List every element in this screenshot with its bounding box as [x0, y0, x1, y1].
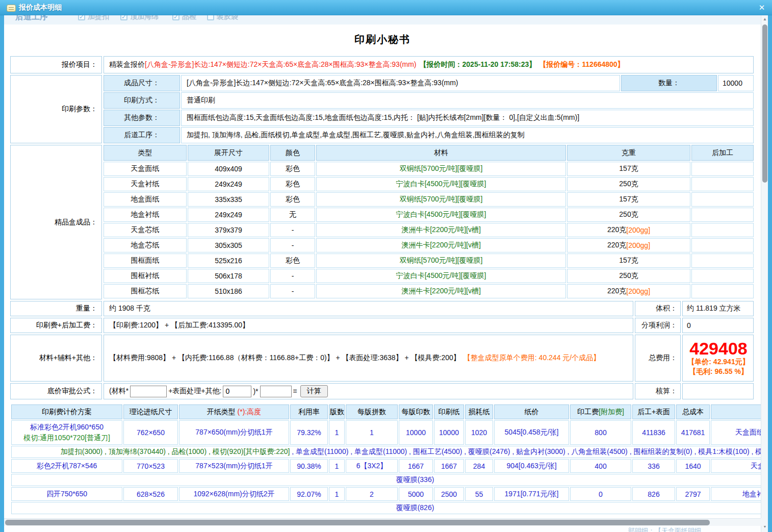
cell-type: 天盒衬纸	[104, 177, 187, 191]
header-text: 损耗纸	[469, 408, 490, 416]
box-materials-table: 类型展开尺寸颜色材料克重后加工天盒面纸409x409彩色双铜纸[5700元/吨]…	[104, 145, 754, 299]
print-fee-value: 【印刷费:1200】 + 【后加工费:413395.00】	[104, 318, 633, 333]
item-profit-value: 0	[682, 318, 754, 333]
material-fee-row: 材料+辅料+其他： 【材料费用:9808】 + 【内托费:1166.88（材料费…	[10, 335, 754, 382]
table-row: 天盒面纸409x409彩色双铜纸[5700元/吨][覆哑膜]157克	[104, 162, 754, 176]
vertical-scrollbar-thumb[interactable]	[762, 24, 767, 183]
cell-material: 宁波白卡[4500元/吨][覆哑膜]	[316, 208, 566, 222]
plans-column-header: 每版拼数	[346, 404, 398, 419]
horizontal-scrollbar-thumb[interactable]	[5, 520, 710, 525]
quote-item-label: 报价项目：	[10, 56, 102, 73]
cell-weight: 157克	[567, 162, 690, 176]
cell-size: 506x178	[188, 269, 269, 283]
cell-cut-type: 787×650(mm)分切纸1开	[179, 420, 289, 445]
checkbox-icon[interactable]	[207, 15, 214, 20]
plans-column-header: 版数	[329, 404, 345, 419]
cell-per-print: 1667	[399, 459, 433, 473]
checkbox-icon[interactable]: ✓	[120, 15, 127, 20]
postprocess-detail: 覆哑膜(336)	[11, 474, 761, 486]
cell-weight: 250克	[567, 269, 690, 283]
cell-size: 249x249	[188, 208, 269, 222]
quotation-detail: 报价项目： 精装盒报价 [八角盒-异形盒]长边:147×侧短边:72×天盒高:6…	[10, 56, 754, 515]
cell-type: 围框芯纸	[104, 284, 187, 298]
cell-waste-sheets: 284	[465, 459, 493, 473]
cell-total-cost: 1640	[676, 459, 710, 473]
quantity-label: 数量：	[621, 75, 717, 91]
plan-row[interactable]: 标准彩色2开机960*650模切:通用1050*720[普通刀]762×6507…	[11, 420, 761, 445]
toolbar-checkbox-item[interactable]: ✓品检	[172, 15, 196, 21]
check-label: 核算：	[635, 383, 681, 399]
header-text: 每版印数	[402, 408, 430, 416]
weight-value: 250克	[619, 210, 638, 219]
volume-label: 体积：	[635, 301, 681, 316]
header-required-hint: (*):高度	[238, 408, 262, 416]
weight-value: 220克	[607, 241, 626, 250]
cell-per-plate: 2	[346, 487, 398, 501]
toolbar-checkbox-item[interactable]: 装胶袋	[207, 15, 238, 21]
param-label: 其他参数：	[104, 110, 180, 126]
quote-time: 【报价时间：2025-11-20 17:58:23】	[420, 60, 536, 69]
cell-postprocess	[691, 254, 754, 268]
cell-waste-sheets: 55	[465, 487, 493, 501]
window-icon	[7, 5, 16, 12]
per-box-cost: 【整盒成型原单个费用: 40.244 元/个成品】	[464, 353, 600, 363]
scroll-up-icon[interactable]	[762, 17, 767, 21]
column-header: 展开尺寸	[188, 145, 269, 161]
plans-column-header: 理论进纸尺寸	[123, 404, 178, 419]
plans-column-header: 总成本	[676, 404, 710, 419]
postprocess-blue-part: 覆哑膜(826)	[396, 503, 434, 512]
cell-cut-type: 787×523(mm)分切纸1开	[179, 459, 289, 473]
cell-cut-type: 1092×628(mm)分切纸2开	[179, 487, 289, 501]
cell-color: -	[270, 223, 315, 237]
cell-per-print: 5000	[399, 487, 433, 501]
param-row-method: 印刷方式： 普通印刷	[104, 92, 754, 109]
plans-column-header: 印工费[附加费]	[570, 404, 631, 419]
horizontal-scrollbar[interactable]	[4, 518, 761, 526]
cell-size: 249x249	[188, 177, 269, 191]
volume-value: 约 11.819 立方米	[682, 301, 754, 316]
header-surcharge-hint: [附加费]	[599, 408, 624, 416]
box-materials-label: 精品盒成品：	[10, 145, 102, 299]
formula-other-input[interactable]	[223, 386, 251, 397]
formula-material-factor-input[interactable]	[130, 386, 167, 397]
modal-title: 报价成本明细	[19, 3, 62, 12]
print-params-row: 印刷参数： 成品尺寸： [八角盒-异形盒]长边:147×侧短边:72×天盒高:6…	[10, 75, 754, 143]
cell-materials-list: 天盒衬纸	[711, 459, 761, 473]
weight-value: 157克	[619, 195, 638, 204]
header-text: 印工费	[577, 408, 599, 416]
checkbox-icon[interactable]: ✓	[78, 15, 85, 20]
total-fee-value: 429408	[689, 340, 747, 357]
cell-type: 天盒芯纸	[104, 223, 187, 237]
cell-size: 379x379	[188, 223, 269, 237]
vertical-scrollbar[interactable]	[761, 15, 768, 532]
cell-total-cost: 2797	[676, 487, 710, 501]
cell-postprocess	[691, 223, 754, 237]
param-row-size: 成品尺寸： [八角盒-异形盒]长边:147×侧短边:72×天盒高:65×底盒高:…	[104, 75, 754, 91]
plans-column-header: 后工+表面	[632, 404, 675, 419]
formula-multiplier-input[interactable]	[260, 386, 292, 397]
header-text: 利用率	[298, 408, 320, 416]
plan-postprocess-row: 覆哑膜(336)	[11, 474, 761, 486]
plan-row[interactable]: 四开750*650628×5261092×628(mm)分切纸2开92.07%1…	[11, 487, 761, 501]
param-value: 普通印刷	[181, 92, 754, 109]
cell-weight: 157克	[567, 192, 690, 207]
postprocess-section-label: 后道工序	[15, 15, 48, 22]
calculate-button[interactable]: 计算	[300, 385, 328, 397]
cell-materials-list: 地盒衬纸,围框	[711, 487, 761, 501]
quote-item-value: 精装盒报价 [八角盒-异形盒]长边:147×侧短边:72×天盒高:65×底盒高:…	[104, 56, 754, 73]
plan-row[interactable]: 彩色2开机787×546770×523787×523(mm)分切纸1开90.38…	[11, 459, 761, 473]
toolbar-checkbox-item[interactable]: ✓顶加海绵	[120, 15, 159, 21]
close-icon[interactable]: ✕	[757, 3, 767, 13]
weight-extra: [200gg]	[626, 241, 650, 249]
modal-titlebar[interactable]: 报价成本明细 ✕	[0, 0, 772, 15]
quote-name: 精装盒报价	[109, 60, 145, 69]
weight-value: 157克	[619, 256, 638, 265]
checkbox-icon[interactable]: ✓	[172, 15, 179, 20]
toolbar-checkbox-item[interactable]: ✓加提扣	[78, 15, 109, 21]
column-header: 类型	[104, 145, 187, 161]
cell-print-sheets: 1667	[434, 459, 464, 473]
table-row: 围框衬纸506x178-宁波白卡[4500元/吨][覆哑膜]250克	[104, 269, 754, 283]
weight-value: 157克	[619, 164, 638, 173]
postprocess-detail: 覆哑膜(826)	[11, 502, 761, 514]
formula-value: (材料* +表面处理+其他: )* = 计算	[104, 383, 633, 399]
